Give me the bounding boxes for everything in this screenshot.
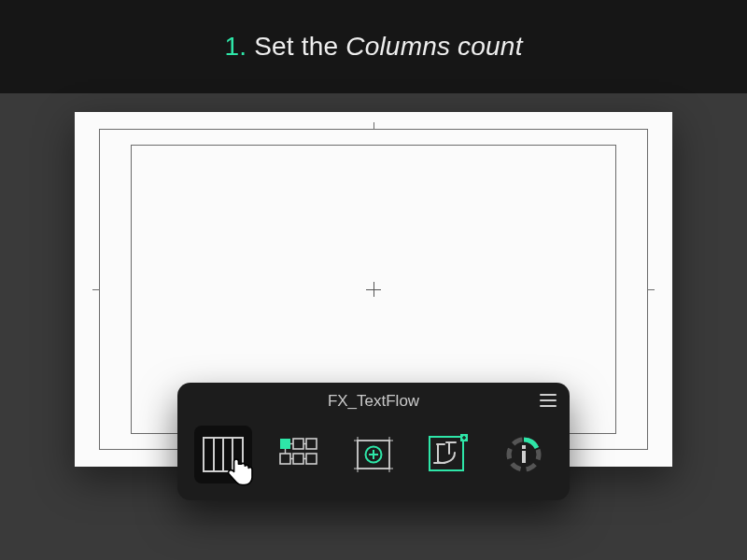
svg-rect-6 [306, 439, 317, 449]
add-frame-icon [352, 435, 395, 474]
step-prefix: Set the [254, 32, 345, 61]
step-emphasis: Columns count [345, 32, 522, 61]
svg-rect-5 [293, 439, 303, 449]
guide-tick [648, 289, 655, 290]
panel-header[interactable]: FX_TextFlow [177, 383, 570, 420]
columns-icon [203, 437, 244, 472]
svg-rect-8 [293, 454, 303, 464]
step-banner: 1. Set the Columns count [0, 0, 747, 93]
columns-tool[interactable] [194, 426, 252, 483]
guide-tick [374, 122, 374, 129]
grid-layout-icon [278, 437, 319, 472]
fx-textflow-panel[interactable]: FX_TextFlow [177, 383, 570, 500]
svg-rect-29 [522, 451, 526, 463]
glyph-style-tool[interactable] [419, 426, 477, 483]
svg-rect-4 [280, 439, 290, 449]
svg-rect-28 [522, 445, 526, 449]
glyph-icon [427, 434, 470, 475]
info-settings-tool[interactable] [495, 426, 553, 483]
guide-tick [92, 289, 99, 290]
panel-title: FX_TextFlow [328, 392, 419, 411]
svg-rect-9 [306, 454, 317, 464]
step-number: 1. [224, 32, 247, 61]
center-mark [374, 282, 374, 297]
panel-toolbar [177, 420, 570, 487]
step-text: 1. Set the Columns count [224, 32, 522, 62]
panel-menu-icon[interactable] [540, 394, 557, 407]
svg-rect-7 [280, 454, 290, 464]
info-gear-icon [503, 434, 544, 475]
add-text-frame-tool[interactable] [345, 426, 402, 483]
grid-layout-tool[interactable] [270, 426, 328, 483]
